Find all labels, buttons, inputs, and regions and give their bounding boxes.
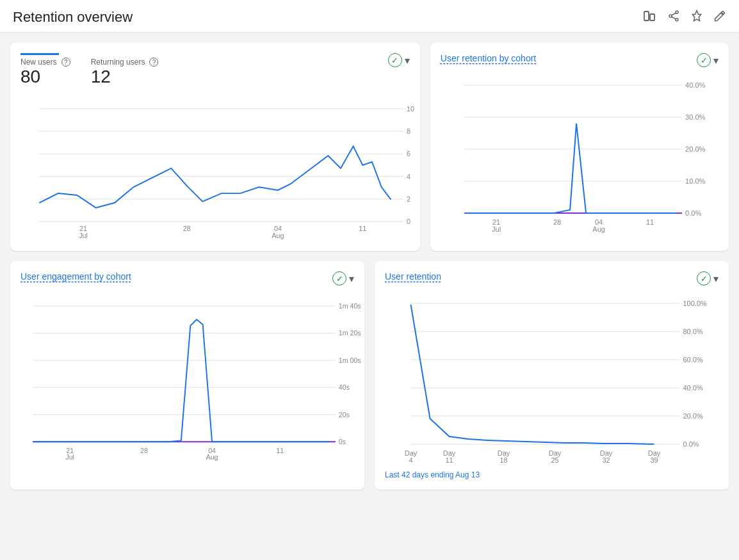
y-label-0: 0 <box>407 218 410 225</box>
user-retention-chart: 100.0% 80.0% 60.0% 40.0% 20.0% 0.0% Day … <box>385 291 719 463</box>
dashboard-content: New users ? 80 Returning users ? 12 <box>0 33 739 500</box>
x-39: 39 <box>650 456 658 464</box>
page-title: Retention overview <box>13 9 133 26</box>
returning-users-value: 12 <box>91 67 159 87</box>
y-40: 40.0% <box>683 384 703 392</box>
users-check-badge[interactable]: ✓ <box>388 53 402 67</box>
y-0pct: 0.0% <box>683 440 699 448</box>
x-32: 32 <box>602 456 610 464</box>
returning-users-info-icon[interactable]: ? <box>149 58 158 67</box>
users-chart: 10 8 6 4 2 0 21 Jul 28 04 Aug 11 <box>20 95 410 236</box>
user-retention-chart-area: 100.0% 80.0% 60.0% 40.0% 20.0% 0.0% Day … <box>385 291 719 465</box>
y-80: 80.0% <box>683 328 703 335</box>
edit-icon[interactable] <box>713 10 726 26</box>
metrics-row: New users ? 80 Returning users ? 12 <box>20 58 158 87</box>
compare-icon[interactable] <box>643 10 657 25</box>
x-label-aug: Aug <box>272 232 284 239</box>
engagement-cohort-controls: ✓ ▾ <box>332 271 354 285</box>
metric-tab-bar <box>20 53 59 55</box>
retention-curve <box>411 305 654 444</box>
y-20: 20.0% <box>685 145 705 153</box>
engagement-chart-area: 1m 40s 1m 20s 1m 00s 40s 20s 0s 21 Jul 2… <box>20 291 354 465</box>
y-0: 0.0% <box>685 209 701 217</box>
pin-icon[interactable] <box>690 10 703 26</box>
user-retention-check[interactable]: ✓ <box>697 271 711 285</box>
engagement-cohort-dropdown[interactable]: ▾ <box>349 273 354 285</box>
x-label-28: 28 <box>183 225 191 232</box>
retention-cohort-check[interactable]: ✓ <box>697 53 711 67</box>
x-11d: 11 <box>445 456 453 464</box>
y-40: 40.0% <box>685 81 705 89</box>
svg-point-4 <box>676 18 678 20</box>
x-18: 18 <box>499 456 507 464</box>
x-eng-28: 28 <box>140 447 148 454</box>
user-retention-dropdown[interactable]: ▾ <box>713 273 719 285</box>
engagement-cohort-title: User engagement by cohort <box>20 271 131 282</box>
retention-cohort-controls: ✓ ▾ <box>697 53 719 67</box>
user-retention-controls: ✓ ▾ <box>697 271 719 285</box>
users-dropdown-icon[interactable]: ▾ <box>405 54 410 67</box>
engagement-cohort-check[interactable]: ✓ <box>332 271 346 285</box>
y-30: 30.0% <box>685 113 705 121</box>
y-1m20s: 1m 20s <box>339 329 361 337</box>
x-label-jul: Jul <box>79 232 88 239</box>
users-metrics: New users ? 80 Returning users ? 12 <box>20 53 158 90</box>
y-label-2: 2 <box>407 195 410 203</box>
y-60: 60.0% <box>683 356 703 364</box>
x-25: 25 <box>551 456 558 464</box>
header-icons <box>643 10 726 26</box>
new-users-info-icon[interactable]: ? <box>61 58 70 67</box>
x-11: 11 <box>646 218 654 226</box>
engagement-cohort-header: User engagement by cohort ✓ ▾ <box>20 271 354 285</box>
x-jul-label: Jul <box>492 225 501 233</box>
engagement-chart: 1m 40s 1m 20s 1m 00s 40s 20s 0s 21 Jul 2… <box>20 291 354 463</box>
x-aug-label: Aug <box>592 225 605 233</box>
retention-cohort-header: User retention by cohort ✓ ▾ <box>441 53 719 67</box>
y-20: 20.0% <box>683 412 703 420</box>
bottom-row: User engagement by cohort ✓ ▾ 1m 40s <box>10 261 729 490</box>
y-label-10: 10 <box>407 105 414 113</box>
y-20s: 20s <box>339 411 350 419</box>
new-users-group: New users ? 80 <box>20 58 70 87</box>
retention-cohort-chart-area: 40.0% 30.0% 20.0% 10.0% 0.0% 21 Jul 28 0… <box>441 72 719 241</box>
retention-cohort-card: User retention by cohort ✓ ▾ 40.0% 30.0% <box>430 43 729 251</box>
top-row: New users ? 80 Returning users ? 12 <box>10 43 729 251</box>
y-1m40s: 1m 40s <box>339 302 361 310</box>
retention-cohort-dropdown[interactable]: ▾ <box>713 54 719 67</box>
new-users-label: New users ? <box>20 58 70 67</box>
user-retention-title: User retention <box>385 271 441 282</box>
returning-users-group: Returning users ? 12 <box>91 58 159 87</box>
svg-line-5 <box>672 13 676 15</box>
y-100: 100.0% <box>683 300 708 307</box>
x-eng-11: 11 <box>276 447 284 454</box>
x-4: 4 <box>409 456 412 464</box>
y-label-8: 8 <box>407 127 410 135</box>
y-0s: 0s <box>339 438 346 445</box>
share-icon[interactable] <box>667 10 680 26</box>
users-card-controls: ✓ ▾ <box>388 53 410 67</box>
page-header: Retention overview <box>0 0 739 33</box>
y-10: 10.0% <box>685 177 705 185</box>
new-users-value: 80 <box>20 67 70 87</box>
users-card-header: New users ? 80 Returning users ? 12 <box>20 53 410 90</box>
engagement-cohort-card: User engagement by cohort ✓ ▾ 1m 40s <box>10 261 364 490</box>
retention-cohort-title: User retention by cohort <box>441 53 536 63</box>
user-retention-header: User retention ✓ ▾ <box>385 271 719 285</box>
retention-data-line <box>464 124 676 213</box>
engagement-data-line <box>33 319 329 442</box>
x-28: 28 <box>553 218 561 226</box>
x-label-11: 11 <box>359 225 366 232</box>
y-1m00s: 1m 00s <box>339 356 361 364</box>
retention-cohort-chart: 40.0% 30.0% 20.0% 10.0% 0.0% 21 Jul 28 0… <box>441 72 719 239</box>
y-40s: 40s <box>339 383 350 391</box>
svg-rect-0 <box>644 12 649 20</box>
x-eng-aug: Aug <box>206 453 218 461</box>
users-data-line <box>39 147 391 208</box>
y-label-6: 6 <box>407 150 410 157</box>
users-overview-card: New users ? 80 Returning users ? 12 <box>10 43 420 251</box>
returning-users-label: Returning users ? <box>91 58 159 67</box>
svg-point-3 <box>669 14 672 17</box>
user-retention-card: User retention ✓ ▾ 100.0% 80.0% <box>375 261 729 490</box>
svg-line-6 <box>672 17 676 19</box>
retention-footer: Last 42 days ending Aug 13 <box>385 470 719 479</box>
